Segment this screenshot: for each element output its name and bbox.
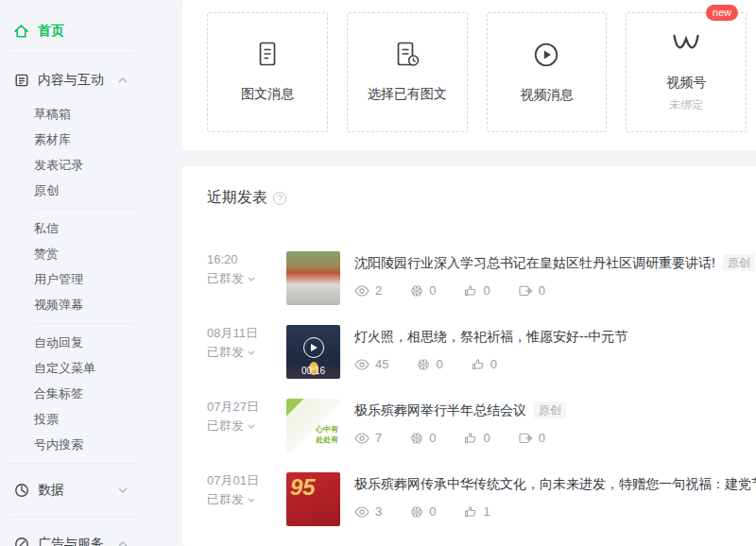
likes-stat: 0 [464,283,490,298]
thumbs-up-icon [464,505,477,518]
post-status-dropdown[interactable]: 已群发 [207,270,286,287]
channels-unbound-status: 未绑定 [669,97,703,113]
sidebar-item-collection-tags[interactable]: 合集标签 [0,381,182,406]
post-status-label: 已群发 [207,418,244,435]
views-count: 7 [375,431,382,445]
wow-flower-icon [410,505,423,519]
choose-existing-article-card[interactable]: 选择已有图文 [347,12,468,132]
create-card-label: 视频消息 [520,87,573,104]
chevron-up-icon [118,541,128,546]
post-title-link[interactable]: 沈阳陵园行业深入学习总书记在皇姑区牡丹社区调研重要讲话! [354,253,715,272]
divider [9,53,135,54]
chevron-down-icon [248,424,255,429]
sidebar-item-video-danmaku[interactable]: 视频弹幕 [0,292,182,317]
sidebar-item-home[interactable]: 首页 [0,15,182,47]
sidebar-item-private-messages[interactable]: 私信 [0,215,182,241]
post-title-link[interactable]: 极乐殡葬网举行半年总结会议 [354,401,526,419]
sidebar-item-label: 首页 [38,23,64,40]
post-thumbnail-video[interactable]: 00:16 [286,325,340,379]
post-row: 16:20 已群发 沈阳陵园行业深入学习总书记在皇姑区牡丹社区调研重要讲话! 原… [207,251,756,305]
post-status-label: 已群发 [207,344,244,361]
post-title-link[interactable]: 灯火照，相思绕，祭祀祈福，惟愿安好--中元节 [354,327,627,346]
likes-count: 0 [483,431,490,445]
likes-count: 0 [483,283,490,298]
sidebar-item-auto-reply[interactable]: 自动回复 [0,330,182,355]
wow-stat: 0 [410,504,436,519]
post-thumbnail[interactable] [286,251,340,305]
post-time: 07月01日 [207,472,286,488]
divider [34,323,135,324]
wow-stat: 0 [410,431,436,445]
home-icon [13,24,29,39]
original-badge: 原创 [723,254,755,271]
post-time: 07月27日 [207,399,286,415]
chevron-down-icon [248,350,255,355]
help-icon[interactable]: ? [273,192,286,205]
main-content: 图文消息 选择已有图文 视频消息 new [182,0,756,546]
sidebar-item-custom-menu[interactable]: 自定义菜单 [0,355,182,381]
views-stat: 7 [354,431,382,445]
chevron-down-icon [118,487,128,493]
likes-stat: 0 [464,431,490,445]
create-panel: 图文消息 选择已有图文 视频消息 new [182,0,756,150]
post-title-link[interactable]: 极乐殡葬网传承中华传统文化，向未来进发，特赠您一句祝福：建党节快乐! [354,474,756,493]
sidebar-item-user-management[interactable]: 用户管理 [0,266,182,292]
create-card-label: 图文消息 [241,86,294,103]
recent-posts-panel: 近期发表 ? 16:20 已群发 沈阳陵 [182,166,756,546]
wow-flower-icon [417,358,430,371]
article-list-icon [13,73,29,88]
create-article-card[interactable]: 图文消息 [207,12,328,132]
shares-stat: 0 [519,431,545,445]
chevron-up-icon [118,77,128,83]
sidebar-item-vote[interactable]: 投票 [0,406,182,432]
likes-stat: 0 [472,357,497,371]
thumbnail-text: 95 [290,474,316,501]
chevron-down-icon [248,498,255,503]
eye-icon [354,506,369,518]
create-video-card[interactable]: 视频消息 [487,12,608,132]
play-icon [303,337,324,358]
sidebar-item-label: 用户管理 [34,271,83,288]
post-status-dropdown[interactable]: 已群发 [207,418,286,435]
views-count: 45 [375,357,388,371]
sidebar-item-label: 视频弹幕 [34,297,83,314]
post-thumbnail[interactable]: 心中有 处处有 [286,399,340,452]
sidebar-group-content[interactable]: 内容与互动 [0,60,182,101]
sidebar-content-list: 草稿箱 素材库 发表记录 原创 私信 赞赏 用户管理 视频弹幕 自动回复 自定义… [0,101,182,457]
create-card-label: 视频号 [666,75,706,92]
post-row: 07月27日 已群发 心中有 处处有 极 [207,399,756,452]
post-status-dropdown[interactable]: 已群发 [207,491,286,508]
wow-flower-icon [410,284,423,298]
eye-icon [354,433,369,444]
sidebar-item-publish-records[interactable]: 发表记录 [0,152,182,178]
thumbs-up-icon [464,284,477,297]
shares-count: 0 [539,283,545,298]
sidebar-group-data[interactable]: 数据 [0,469,182,511]
eye-icon [354,285,369,297]
sidebar-group-label: 内容与互动 [38,72,104,89]
sidebar-group-label: 广告与服务 [38,536,104,546]
wow-stat: 0 [410,283,436,298]
post-row: 08月11日 已群发 00:16 灯火照，相思绕，祭祀祈福，惟愿安好-- [207,325,756,379]
post-status-dropdown[interactable]: 已群发 [207,344,286,361]
create-card-label: 选择已有图文 [368,86,447,103]
likes-count: 0 [490,357,497,371]
sidebar-item-original[interactable]: 原创 [0,178,182,203]
sidebar-item-appreciation[interactable]: 赞赏 [0,241,182,266]
sidebar-group-ads-services[interactable]: 广告与服务 [0,523,182,546]
thumbs-up-icon [464,432,477,444]
sidebar-item-media-library[interactable]: 素材库 [0,127,182,152]
sidebar-item-label: 原创 [34,182,59,199]
new-badge: new [706,5,738,21]
post-thumbnail[interactable]: 95 [286,472,340,526]
sidebar-item-label: 赞赏 [34,246,59,263]
sidebar-item-in-account-search[interactable]: 号内搜索 [0,432,182,457]
shares-count: 0 [539,431,545,445]
eye-icon [354,359,369,370]
channels-card[interactable]: new 视频号 未绑定 [626,12,747,132]
original-badge: 原创 [534,401,566,418]
shares-stat: 0 [519,283,545,298]
sidebar-item-drafts[interactable]: 草稿箱 [0,101,182,127]
views-stat: 3 [354,504,382,519]
likes-stat: 1 [464,504,490,519]
